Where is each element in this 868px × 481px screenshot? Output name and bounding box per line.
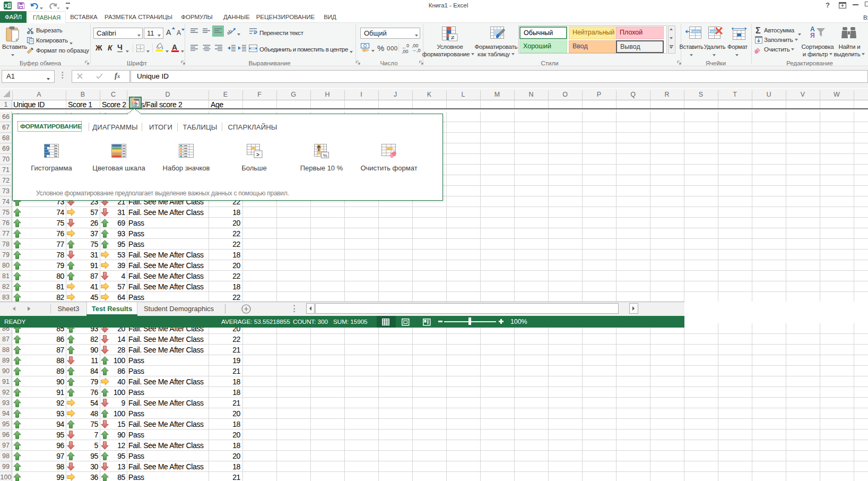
svg-text:≠: ≠ [451, 34, 455, 41]
svg-text:>: > [256, 152, 259, 158]
svg-text:X: X [4, 3, 8, 9]
svg-text:%: % [323, 152, 328, 158]
